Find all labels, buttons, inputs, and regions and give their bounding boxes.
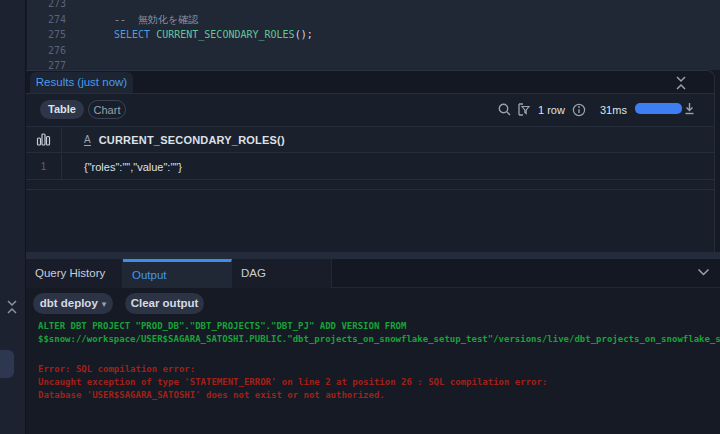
row-count: 1 row <box>538 104 565 116</box>
sql-editor[interactable]: 273274-- 無効化を確認275SELECT CURRENT_SECONDA… <box>27 0 720 70</box>
partial-button[interactable] <box>0 350 14 378</box>
collapse-results-icon[interactable] <box>674 75 688 91</box>
line-number: 276 <box>27 43 66 59</box>
tab-query-history[interactable]: Query History <box>26 259 123 288</box>
dbt-deploy-dropdown[interactable]: dbt deploy▾ <box>33 293 113 314</box>
console-line: ALTER DBT PROJECT "PROD_DB"."DBT_PROJECT… <box>38 320 720 333</box>
line-number: 275 <box>27 27 66 43</box>
chart-view-button[interactable]: Chart <box>88 100 126 119</box>
table-row[interactable]: 1 {"roles":"","value":""} <box>26 154 714 180</box>
cell-value[interactable]: {"roles":"","value":""} <box>62 154 714 179</box>
console-line: Uncaught exception of type 'STATEMENT_ER… <box>38 376 720 389</box>
clear-output-button[interactable]: Clear output <box>125 293 204 314</box>
tab-output[interactable]: Output <box>123 259 232 288</box>
tab-results[interactable]: Results (just now) <box>30 72 133 93</box>
table-view-button[interactable]: Table <box>40 100 84 119</box>
info-icon[interactable] <box>572 103 586 117</box>
code-text <box>66 43 114 59</box>
line-number: 273 <box>27 0 66 12</box>
chevron-down-icon: ▾ <box>102 299 107 309</box>
bottom-tabbar: Query HistoryOutputDAG <box>26 259 720 288</box>
query-duration: 31ms <box>600 104 627 116</box>
left-panel-edge <box>0 0 26 434</box>
collapse-panel-icon[interactable] <box>5 299 19 315</box>
chart-column-icon[interactable] <box>26 127 62 152</box>
results-tabstrip: Results (just now) <box>26 71 714 93</box>
results-panel: Results (just now) Table Chart 1 row 31m… <box>26 70 715 252</box>
editor-line[interactable]: 275SELECT CURRENT_SECONDARY_ROLES(); <box>27 27 720 43</box>
results-grid: A CURRENT_SECONDARY_ROLES() 1 {"roles":"… <box>26 126 714 252</box>
code-text: SELECT CURRENT_SECONDARY_ROLES(); <box>66 27 313 43</box>
editor-line[interactable]: 277 <box>27 58 720 70</box>
line-number: 277 <box>27 58 66 70</box>
console-error-output: Error: SQL compilation error:Uncaught ex… <box>38 363 720 401</box>
code-text <box>66 0 114 12</box>
editor-line[interactable]: 274-- 無効化を確認 <box>27 12 720 28</box>
download-icon[interactable] <box>682 101 697 117</box>
column-header[interactable]: CURRENT_SECONDARY_ROLES() <box>99 134 285 146</box>
results-toolbar: Table Chart 1 row 31ms <box>26 93 714 126</box>
collapse-bottom-panel-icon[interactable] <box>697 268 710 277</box>
console-line: Error: SQL compilation error: <box>38 363 720 376</box>
console-line: $$snow://workspace/USER$SAGARA_SATOSHI.P… <box>38 333 720 346</box>
row-number: 1 <box>26 154 62 179</box>
line-number: 274 <box>27 12 66 28</box>
editor-line[interactable]: 273 <box>27 0 720 12</box>
panel-divider <box>26 252 720 259</box>
editor-line[interactable]: 276 <box>27 43 720 59</box>
console-success-output: ALTER DBT PROJECT "PROD_DB"."DBT_PROJECT… <box>38 320 720 345</box>
tab-dag[interactable]: DAG <box>232 259 332 288</box>
filter-columns-icon[interactable] <box>516 102 531 117</box>
grid-header-row[interactable]: A CURRENT_SECONDARY_ROLES() <box>26 126 714 153</box>
duration-bar[interactable] <box>635 103 682 114</box>
column-type-icon: A <box>84 134 91 146</box>
search-icon[interactable] <box>497 102 512 117</box>
editor-lines: 273274-- 無効化を確認275SELECT CURRENT_SECONDA… <box>27 0 720 70</box>
empty-row <box>26 180 714 190</box>
code-text: -- 無効化を確認 <box>66 12 198 28</box>
console-line: Database 'USER$SAGARA_SATOSHI' does not … <box>38 389 720 402</box>
output-console: dbt deploy▾ Clear output ALTER DBT PROJE… <box>26 288 720 434</box>
code-text <box>66 58 114 70</box>
